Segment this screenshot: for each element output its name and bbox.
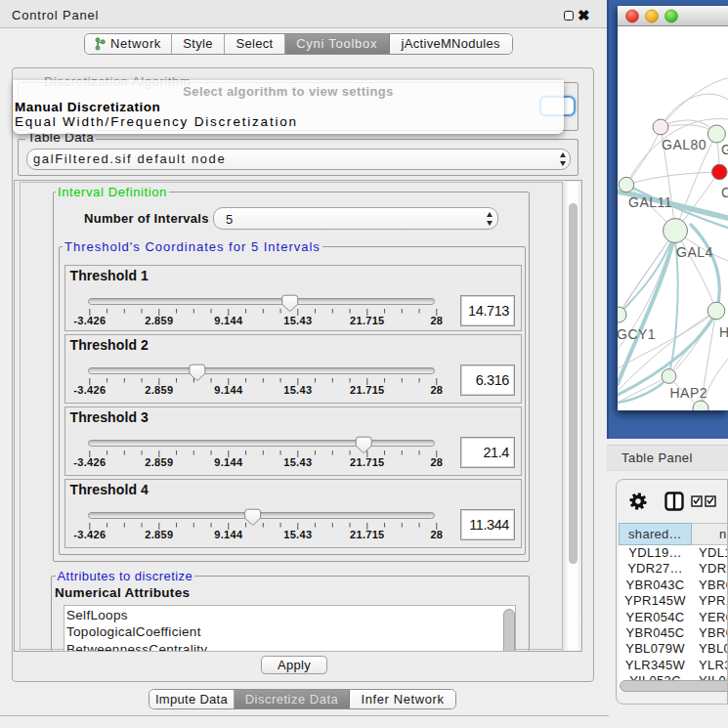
svg-text:HAP2: HAP2 [670,385,708,401]
svg-text:GA: GA [721,142,728,157]
svg-text:H: H [719,324,728,340]
svg-text:GAL11: GAL11 [628,194,672,210]
svg-text:C: C [721,185,728,200]
svg-text:GAL4: GAL4 [676,244,713,260]
svg-text:GAL80: GAL80 [662,137,707,152]
svg-text:GCY1: GCY1 [618,326,656,342]
